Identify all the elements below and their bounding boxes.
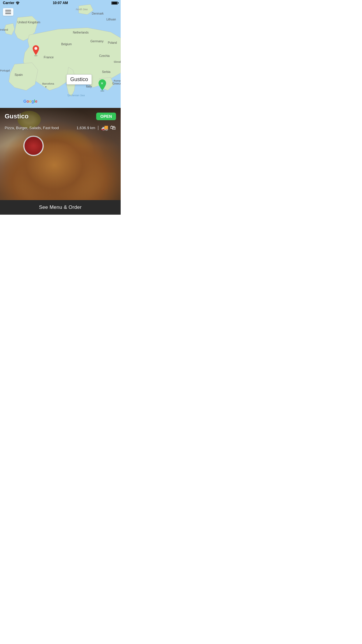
hamburger-line-3 [5,13,11,14]
map-section[interactable]: United Kingdom Ireland North Sea Denmark… [0,0,121,108]
svg-text:●: ● [45,85,47,88]
svg-text:Lithuan: Lithuan [106,18,116,21]
svg-text:Germany: Germany [90,39,104,43]
svg-point-26 [100,90,104,92]
see-menu-bar[interactable]: See Menu & Order [0,200,121,215]
svg-text:Serbia: Serbia [102,70,110,74]
wifi-icon [15,1,20,5]
svg-text:Greece: Greece [112,82,121,85]
status-bar: Carrier 10:07 AM [0,0,121,6]
restaurant-name: Gustico [5,113,29,120]
see-menu-label: See Menu & Order [39,204,82,210]
svg-text:North Sea: North Sea [76,8,88,11]
delivery-truck-icon: 🚚 [101,124,108,131]
status-time: 10:07 AM [53,1,68,5]
svg-text:United Kingdom: United Kingdom [17,20,40,24]
svg-point-0 [17,4,18,5]
map-background: United Kingdom Ireland North Sea Denmark… [0,0,121,108]
gustico-map-popup: Gustico [66,74,92,85]
svg-text:Italy: Italy [86,85,92,88]
restaurant-location-pin: ✕ [98,79,107,93]
svg-point-25 [34,47,37,50]
distance-text: 1,636.9 km [77,126,95,130]
svg-text:Denmark: Denmark [92,12,104,15]
svg-text:Spain: Spain [15,73,23,76]
card-top-row: Gustico OPEN [5,113,116,120]
svg-text:Ireland: Ireland [0,28,8,31]
svg-text:France: France [44,55,54,59]
svg-text:Barcelona: Barcelona [42,82,54,85]
card-bottom-row: Pizza, Burger, Salads, Fast food 1,636.9… [5,124,116,131]
divider: | [98,125,99,130]
svg-text:Czechia: Czechia [99,54,110,57]
delivery-info: 1,636.9 km | 🚚 🛍 [77,124,116,131]
hamburger-line-1 [5,10,11,10]
bag-icon: 🛍 [110,124,116,131]
delivery-icons: 🚚 🛍 [101,124,116,131]
svg-text:Portugal: Portugal [0,69,10,72]
user-location-pin [32,45,40,57]
svg-text:Slovakia: Slovakia [114,60,121,63]
svg-text:✕: ✕ [101,81,103,85]
restaurant-info-overlay: Gustico OPEN Pizza, Burger, Salads, Fast… [0,108,121,136]
google-logo: Google [23,99,37,104]
svg-text:Belgium: Belgium [61,43,72,46]
status-right [111,1,118,5]
hamburger-line-2 [5,12,11,12]
carrier-label: Carrier [3,1,20,5]
svg-text:Netherlands: Netherlands [73,31,89,34]
svg-text:Tyrrhenian Sea: Tyrrhenian Sea [67,94,85,97]
svg-text:Poland: Poland [108,41,117,44]
hamburger-menu-button[interactable] [3,8,13,16]
restaurant-card[interactable]: Gustico OPEN Pizza, Burger, Salads, Fast… [0,108,121,203]
cuisine-text: Pizza, Burger, Salads, Fast food [5,126,59,130]
svg-point-24 [34,55,38,56]
svg-text:Rome: Rome [114,79,121,82]
open-status-badge: OPEN [96,113,116,120]
battery-icon [111,1,118,5]
